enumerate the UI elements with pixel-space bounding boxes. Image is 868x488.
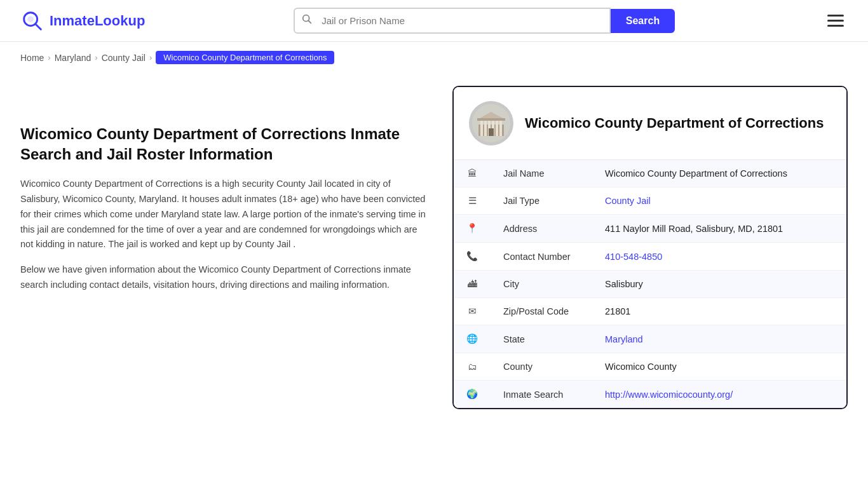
row-label: County: [491, 353, 592, 381]
row-icon: 🏙: [454, 271, 491, 298]
row-label: Inmate Search: [491, 381, 592, 409]
table-row: 📞Contact Number410-548-4850: [454, 243, 846, 271]
table-row: ☰Jail TypeCounty Jail: [454, 187, 846, 215]
table-row: 🌍Inmate Searchhttp://www.wicomicocounty.…: [454, 381, 846, 409]
row-link[interactable]: 410-548-4850: [605, 252, 662, 262]
row-value: 411 Naylor Mill Road, Salisbury, MD, 218…: [592, 215, 846, 243]
hamburger-line-1: [827, 15, 844, 17]
breadcrumb: Home › Maryland › County Jail › Wicomico…: [0, 42, 868, 73]
description-para-1: Wicomico County Department of Correction…: [20, 177, 427, 253]
logo[interactable]: InmateLookup: [20, 9, 145, 33]
breadcrumb-home[interactable]: Home: [20, 53, 44, 63]
breadcrumb-sep-3: ›: [149, 53, 152, 62]
row-label: Contact Number: [491, 243, 592, 271]
svg-rect-7: [480, 119, 483, 136]
left-column: Wicomico County Department of Correction…: [20, 86, 427, 409]
row-link[interactable]: Maryland: [605, 334, 643, 344]
svg-rect-11: [496, 119, 498, 136]
row-link[interactable]: County Jail: [605, 196, 651, 206]
table-row: 🗂CountyWicomico County: [454, 353, 846, 381]
row-icon: 🗂: [454, 353, 491, 381]
row-value: Wicomico County: [592, 353, 846, 381]
main-content: Wicomico County Department of Correction…: [0, 73, 868, 435]
building-icon: [472, 104, 510, 142]
logo-icon: [20, 9, 44, 33]
row-label: Address: [491, 215, 592, 243]
table-row: ✉Zip/Postal Code21801: [454, 298, 846, 325]
info-table: 🏛Jail NameWicomico County Department of …: [454, 160, 846, 408]
row-link[interactable]: http://www.wicomicocounty.org/: [605, 390, 733, 400]
row-value: Salisbury: [592, 271, 846, 298]
row-label: Jail Type: [491, 187, 592, 215]
description-para-2: Below we have given information about th…: [20, 262, 427, 293]
table-row: 🏛Jail NameWicomico County Department of …: [454, 160, 846, 187]
svg-point-5: [472, 104, 510, 142]
row-value[interactable]: Maryland: [592, 325, 846, 353]
row-value[interactable]: County Jail: [592, 187, 846, 215]
row-label: City: [491, 271, 592, 298]
page-title: Wicomico County Department of Correction…: [20, 124, 427, 165]
breadcrumb-sep-1: ›: [48, 53, 50, 62]
svg-line-4: [308, 20, 311, 23]
svg-rect-15: [489, 128, 494, 136]
row-label: Jail Name: [491, 160, 592, 187]
hamburger-line-2: [827, 20, 844, 22]
menu-button[interactable]: [824, 11, 848, 30]
table-row: 🌐StateMaryland: [454, 325, 846, 353]
breadcrumb-maryland[interactable]: Maryland: [55, 53, 92, 63]
table-row: 📍Address411 Naylor Mill Road, Salisbury,…: [454, 215, 846, 243]
card-header: Wicomico County Department of Correction…: [454, 87, 846, 160]
header: InmateLookup Search: [0, 0, 868, 42]
search-wrapper: [294, 8, 611, 34]
row-icon: 📞: [454, 243, 491, 271]
breadcrumb-current: Wicomico County Department of Correction…: [156, 51, 334, 64]
search-area: Search: [294, 8, 675, 34]
right-column: Wicomico County Department of Correction…: [452, 86, 848, 409]
row-label: Zip/Postal Code: [491, 298, 592, 325]
row-value[interactable]: http://www.wicomicocounty.org/: [592, 381, 846, 409]
row-icon: 🌍: [454, 381, 491, 409]
info-card: Wicomico County Department of Correction…: [452, 86, 848, 409]
row-value: Wicomico County Department of Correction…: [592, 160, 846, 187]
row-value[interactable]: 410-548-4850: [592, 243, 846, 271]
logo-text: InmateLookup: [50, 13, 145, 29]
breadcrumb-county-jail[interactable]: County Jail: [102, 53, 146, 63]
row-icon: 🏛: [454, 160, 491, 187]
row-label: State: [491, 325, 592, 353]
row-icon: 🌐: [454, 325, 491, 353]
table-row: 🏙CitySalisbury: [454, 271, 846, 298]
breadcrumb-sep-2: ›: [95, 53, 97, 62]
search-input[interactable]: [319, 9, 609, 32]
card-avatar: [469, 101, 513, 146]
svg-rect-12: [499, 119, 502, 136]
svg-line-1: [36, 24, 41, 29]
row-icon: 📍: [454, 215, 491, 243]
row-icon: ✉: [454, 298, 491, 325]
row-icon: ☰: [454, 187, 491, 215]
hamburger-line-3: [827, 25, 844, 27]
row-value: 21801: [592, 298, 846, 325]
search-button[interactable]: Search: [611, 9, 675, 33]
svg-point-2: [27, 16, 34, 22]
card-title: Wicomico County Department of Correction…: [525, 115, 824, 132]
svg-rect-14: [477, 118, 505, 121]
search-icon: [295, 13, 319, 28]
svg-rect-8: [484, 119, 487, 136]
